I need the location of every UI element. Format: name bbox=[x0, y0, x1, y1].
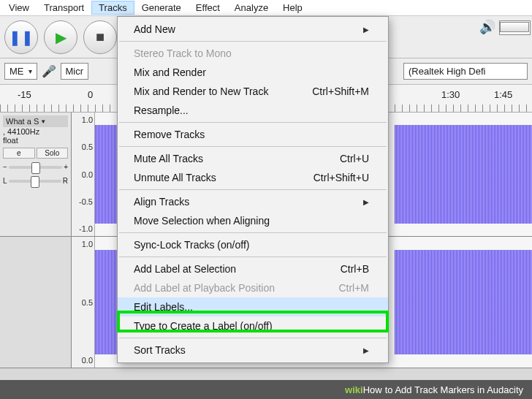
track-control-panel[interactable] bbox=[0, 237, 72, 368]
audacity-window: View Transport Tracks Generate Effect An… bbox=[0, 0, 532, 399]
menu-item-stereo-to-mono: Stereo Track to Mono bbox=[118, 44, 388, 63]
output-meter-area: 🔊 bbox=[479, 19, 529, 35]
meter-bar bbox=[500, 22, 529, 32]
play-button[interactable]: ▶ bbox=[44, 20, 77, 54]
menu-item-add-new[interactable]: Add New ▶ bbox=[118, 20, 388, 39]
menu-generate[interactable]: Generate bbox=[134, 1, 189, 15]
menu-label: Align Tracks bbox=[134, 196, 189, 208]
menu-help[interactable]: Help bbox=[276, 1, 310, 15]
pan-slider[interactable] bbox=[9, 180, 61, 183]
ruler-tick-130: 1:30 bbox=[441, 89, 460, 100]
scale-n1: -1.0 bbox=[72, 224, 93, 233]
menu-shortcut: Ctrl+U bbox=[340, 153, 369, 164]
caption-text: to Add Track Markers in Audacity bbox=[385, 384, 523, 395]
menu-shortcut: Ctrl+B bbox=[341, 263, 369, 275]
scale-0: 0.0 bbox=[72, 170, 93, 179]
menu-label: Add Label at Playback Position bbox=[134, 282, 275, 294]
track-title[interactable]: What a S ▼ bbox=[3, 115, 68, 127]
menu-label: Mute All Tracks bbox=[134, 153, 203, 164]
track-rate-label: , 44100Hz bbox=[3, 127, 68, 136]
menu-label: Mix and Render bbox=[134, 66, 206, 78]
menu-item-unmute-all[interactable]: Unmute All Tracks Ctrl+Shift+U bbox=[118, 168, 388, 187]
menu-label: Stereo Track to Mono bbox=[134, 48, 232, 59]
tracks-menu: Add New ▶ Stereo Track to Mono Mix and R… bbox=[117, 16, 389, 363]
pan-right-label: R bbox=[63, 177, 68, 185]
menu-transport[interactable]: Transport bbox=[37, 1, 91, 15]
amplitude-scale: 1.0 0.5 0.0 bbox=[72, 237, 95, 368]
menu-effect[interactable]: Effect bbox=[189, 1, 227, 15]
chevron-down-icon: ▼ bbox=[40, 118, 46, 125]
microphone-icon: 🎤 bbox=[42, 64, 56, 78]
track-name-label: What a S bbox=[6, 117, 39, 126]
menu-shortcut: Ctrl+Shift+U bbox=[314, 172, 369, 183]
chevron-down-icon: ▾ bbox=[28, 67, 32, 75]
menu-label: Unmute All Tracks bbox=[134, 172, 216, 183]
menu-label: Sort Tracks bbox=[134, 344, 186, 356]
scale-1: 1.0 bbox=[72, 240, 93, 248]
menu-item-move-selection[interactable]: Move Selection when Aligning bbox=[118, 211, 388, 230]
menu-separator bbox=[119, 256, 387, 257]
recording-device-dropdown[interactable]: Micr bbox=[61, 63, 89, 80]
menu-item-sync-lock[interactable]: Sync-Lock Tracks (on/off) bbox=[118, 235, 388, 254]
menu-label: Type to Create a Label (on/off) bbox=[134, 320, 273, 332]
submenu-arrow-icon: ▶ bbox=[363, 26, 369, 34]
menu-separator bbox=[119, 146, 387, 147]
gain-slider[interactable] bbox=[9, 166, 62, 169]
amplitude-scale: 1.0 0.5 0.0 -0.5 -1.0 bbox=[72, 113, 95, 236]
scale-0: 0.0 bbox=[72, 356, 93, 365]
menu-item-mute-all[interactable]: Mute All Tracks Ctrl+U bbox=[118, 149, 388, 168]
playback-device-dropdown[interactable]: (Realtek High Defi bbox=[403, 63, 528, 80]
waveform-region bbox=[395, 125, 532, 224]
pan-left-label: L bbox=[3, 177, 7, 185]
ruler-tick-neg15: -15 bbox=[18, 89, 31, 100]
menubar: View Transport Tracks Generate Effect An… bbox=[0, 0, 532, 16]
menu-separator bbox=[119, 41, 387, 42]
track-control-panel[interactable]: What a S ▼ , 44100Hz float e Solo − + L bbox=[0, 113, 72, 236]
waveform-region bbox=[395, 250, 532, 354]
menu-label: Edit Labels... bbox=[134, 301, 193, 313]
menu-item-mix-render-new[interactable]: Mix and Render to New Track Ctrl+Shift+M bbox=[118, 82, 388, 101]
menu-separator bbox=[119, 189, 387, 190]
menu-item-edit-labels[interactable]: Edit Labels... bbox=[118, 297, 388, 316]
wikihow-logo-text: wiki bbox=[345, 384, 363, 395]
submenu-arrow-icon: ▶ bbox=[363, 346, 369, 354]
stop-button[interactable]: ■ bbox=[83, 20, 117, 54]
ruler-tick-145: 1:45 bbox=[494, 89, 512, 100]
menu-item-add-label-selection[interactable]: Add Label at Selection Ctrl+B bbox=[118, 259, 388, 278]
pause-button[interactable]: ❚❚ bbox=[4, 20, 38, 54]
menu-label: Move Selection when Aligning bbox=[134, 215, 270, 227]
menu-item-resample[interactable]: Resample... bbox=[118, 101, 388, 120]
scale-n05: -0.5 bbox=[72, 197, 93, 206]
menu-item-align-tracks[interactable]: Align Tracks ▶ bbox=[118, 192, 388, 211]
mute-button[interactable]: e bbox=[3, 148, 35, 159]
menu-label: Mix and Render to New Track bbox=[134, 86, 268, 97]
menu-separator bbox=[119, 338, 387, 338]
track-format-label: float bbox=[3, 136, 68, 145]
audio-host-label: ME bbox=[10, 66, 24, 77]
audio-host-dropdown[interactable]: ME ▾ bbox=[4, 63, 37, 80]
recording-device-label: Micr bbox=[66, 66, 84, 77]
solo-button[interactable]: Solo bbox=[37, 148, 69, 159]
menu-item-type-to-create[interactable]: Type to Create a Label (on/off) bbox=[118, 316, 388, 335]
speaker-icon: 🔊 bbox=[479, 19, 495, 35]
menu-item-remove-tracks[interactable]: Remove Tracks bbox=[118, 125, 388, 144]
menu-label: Add Label at Selection bbox=[134, 263, 236, 275]
menu-label: Sync-Lock Tracks (on/off) bbox=[134, 239, 249, 251]
menu-shortcut: Ctrl+M bbox=[338, 282, 369, 294]
gain-minus-icon: − bbox=[3, 163, 7, 171]
gain-plus-icon: + bbox=[64, 163, 68, 171]
caption-bar: wikiHow to Add Track Markers in Audacity bbox=[0, 380, 532, 399]
menu-item-sort-tracks[interactable]: Sort Tracks ▶ bbox=[118, 341, 388, 360]
scale-05: 0.5 bbox=[72, 142, 93, 151]
menu-analyze[interactable]: Analyze bbox=[227, 1, 276, 15]
playback-device-label: (Realtek High Defi bbox=[408, 66, 486, 77]
ruler-tick-zero: 0 bbox=[88, 89, 93, 100]
menu-item-add-label-playback: Add Label at Playback Position Ctrl+M bbox=[118, 278, 388, 297]
menu-separator bbox=[119, 232, 387, 233]
menu-tracks[interactable]: Tracks bbox=[91, 1, 134, 15]
menu-label: Remove Tracks bbox=[134, 129, 205, 140]
menu-item-mix-render[interactable]: Mix and Render bbox=[118, 63, 388, 82]
menu-separator bbox=[119, 122, 387, 123]
menu-shortcut: Ctrl+Shift+M bbox=[312, 86, 369, 97]
menu-view[interactable]: View bbox=[1, 1, 37, 15]
